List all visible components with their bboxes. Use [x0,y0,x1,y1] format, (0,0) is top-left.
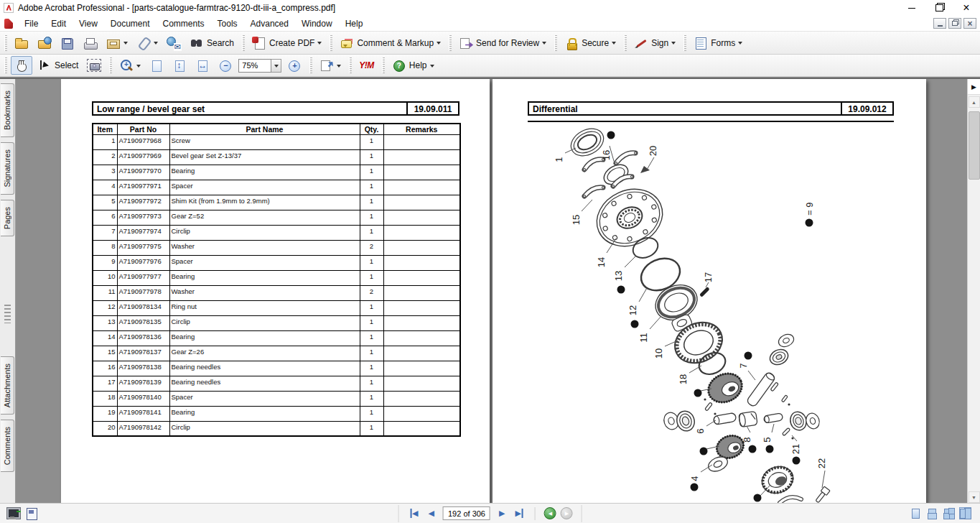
fit-height-button[interactable] [169,56,190,75]
show-panel-arrow-icon[interactable] [968,79,980,95]
chevron-down-icon [437,42,441,47]
sign-button[interactable]: Sign [630,34,679,52]
menu-tools[interactable]: Tools [211,17,244,31]
email-button[interactable] [163,34,185,52]
last-page-button[interactable] [510,507,527,519]
panel-resize-grip[interactable] [4,305,11,323]
facing-layout-button[interactable] [959,507,971,519]
close-button[interactable] [953,0,980,16]
item-cell: 18 [93,391,117,406]
menu-edit[interactable]: Edit [45,17,73,31]
print-button[interactable] [80,34,101,52]
sidebar-tab-comments[interactable]: Comments [1,420,14,472]
item-cell: 14 [93,330,117,346]
zoom-tool-button[interactable] [116,56,144,75]
page-navigation [398,505,582,522]
toolbar-button-label: Create PDF [269,38,314,48]
help-button[interactable]: Help [388,56,438,75]
menu-window[interactable]: Window [295,17,339,31]
item-9-dot [749,445,757,453]
menu-advanced[interactable]: Advanced [244,17,295,31]
sidebar-tab-bookmarks[interactable]: Bookmarks [1,83,14,137]
part-name-cell: Washer [169,240,360,255]
zoom-level-input[interactable] [238,59,271,73]
part-name-cell: Bearing [169,330,360,346]
callout-number: 1 [554,157,564,162]
document-close-button[interactable] [963,18,976,29]
sidebar-tab-signatures[interactable]: Signatures [1,142,14,195]
document-minimize-button[interactable] [933,18,946,29]
restore-button[interactable] [925,0,953,16]
secure-button[interactable]: Secure [561,34,620,52]
table-header-row: ItemPart NoPart NameQty.Remarks [93,124,460,134]
next-view-button[interactable] [561,507,573,519]
table-row: 8A7190977975Washer2 [93,240,460,255]
scrollbar-thumb[interactable] [969,111,980,180]
select-tool-button[interactable]: Select [34,56,82,75]
menu-comments[interactable]: Comments [157,17,211,31]
minimize-button[interactable] [898,0,925,16]
part-name-cell: Spacer [169,255,360,270]
sidebar-tab-attachments[interactable]: Attachments [1,356,14,415]
search-button[interactable]: Search [186,34,238,52]
menu-file[interactable]: File [18,17,45,31]
continuous-layout-button[interactable] [926,507,938,519]
scroll-up-button[interactable] [969,96,980,108]
help-icon [392,59,406,72]
chevron-down-icon [612,42,616,47]
send-review-button[interactable]: Send for Review [455,34,550,52]
part-no-cell: A7190978139 [117,376,169,391]
menu-document[interactable]: Document [104,17,157,31]
menu-view[interactable]: View [73,17,104,31]
zoom-out-button[interactable] [215,56,236,75]
next-page-button[interactable] [495,507,509,519]
organizer-icon [106,37,121,50]
zoom-in-button[interactable] [284,56,305,75]
organizer-button[interactable] [103,34,131,52]
item-cell: 4 [93,180,117,195]
save-button[interactable] [57,34,78,52]
sidebar-tab-label: Signatures [3,149,11,188]
create-pdf-icon [252,37,266,50]
single-page-layout-button[interactable] [910,507,922,519]
screen-mode-icon[interactable] [6,507,20,520]
forms-button[interactable]: Forms [690,34,746,52]
callout-number: 11 [638,333,649,343]
first-page-button[interactable] [406,507,422,519]
zoom-tool-icon [119,59,134,72]
continuous-facing-layout-button[interactable] [943,507,955,519]
page-number-input[interactable] [443,506,490,520]
menu-help[interactable]: Help [339,17,370,31]
previous-view-button[interactable] [544,507,556,519]
comment-markup-button[interactable]: Comment & Markup [336,34,444,52]
fit-page-button[interactable] [146,56,167,75]
hand-icon [14,59,29,72]
page-tools-button[interactable] [316,56,345,75]
callout-number: 7 [738,363,749,368]
create-pdf-button[interactable]: Create PDF [248,34,325,52]
remarks-cell [383,149,460,165]
attach-button[interactable] [133,34,162,52]
part-no-cell: A7190977972 [117,195,169,210]
scroll-down-button[interactable] [969,491,980,503]
zoom-level-caret-button[interactable] [271,59,281,73]
remarks-cell [383,165,460,180]
menu-bar: FileEditViewDocumentCommentsToolsAdvance… [0,16,980,32]
document-restore-button[interactable] [948,18,961,29]
status-separator [535,507,536,520]
part-no-cell: A7190977976 [117,255,169,270]
item-cell: 20 [93,421,117,436]
yahoo-messenger-button[interactable]: Y!M [355,56,378,75]
open-button[interactable] [11,34,32,52]
document-status-icon[interactable] [24,507,39,520]
hand-button[interactable] [11,56,32,75]
previous-page-button[interactable] [424,507,439,519]
sidebar-tab-pages[interactable]: Pages [1,200,14,236]
open-web-button[interactable] [34,34,55,52]
item-cell: 11 [93,285,117,300]
zoom-out-icon [218,59,233,72]
table-row: 14A7190978136Bearing1 [93,330,460,346]
snapshot-button[interactable] [83,56,105,75]
fit-width-button[interactable] [192,56,213,75]
callout-number: 20 [648,146,658,156]
